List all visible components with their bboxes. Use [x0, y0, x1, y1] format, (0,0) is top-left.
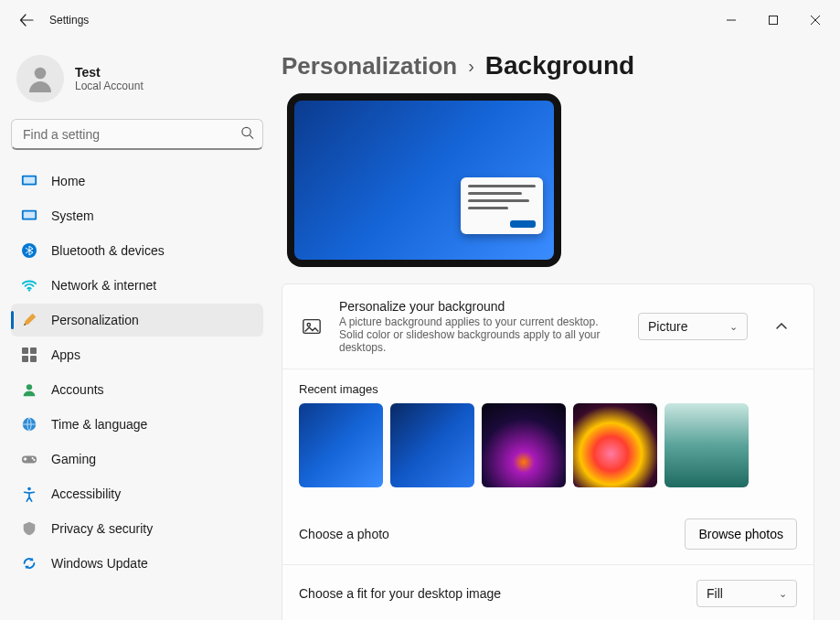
sidebar-item-label: Apps — [51, 347, 80, 362]
choose-fit-row: Choose a fit for your desktop image Fill… — [282, 564, 813, 620]
sidebar-item-gaming[interactable]: Gaming — [11, 443, 263, 476]
gaming-icon — [20, 450, 38, 468]
sidebar-item-label: Gaming — [51, 452, 96, 466]
sidebar-item-label: Privacy & security — [51, 521, 153, 536]
chevron-down-icon: ⌄ — [729, 321, 738, 333]
close-button[interactable] — [794, 6, 836, 34]
fit-select[interactable]: Fill ⌄ — [696, 580, 797, 607]
sidebar-item-home[interactable]: Home — [11, 165, 263, 198]
wifi-icon — [20, 276, 38, 294]
recent-images-label: Recent images — [299, 382, 797, 396]
svg-point-16 — [32, 457, 34, 459]
recent-thumb-5[interactable] — [665, 403, 749, 487]
svg-point-17 — [33, 459, 35, 461]
recent-images-row — [299, 403, 797, 487]
sidebar-item-label: Accounts — [51, 382, 104, 397]
svg-rect-11 — [22, 356, 28, 362]
choose-photo-label: Choose a photo — [299, 527, 670, 541]
search-input[interactable] — [11, 119, 263, 150]
svg-point-18 — [27, 487, 31, 491]
preview-window-card — [461, 177, 543, 234]
breadcrumb-parent[interactable]: Personalization — [282, 52, 457, 80]
avatar — [16, 55, 64, 102]
sidebar: Test Local Account Home System Bluetooth… — [0, 40, 274, 620]
arrow-left-icon — [19, 13, 34, 27]
sidebar-item-label: Personalization — [51, 313, 139, 327]
search-icon — [240, 126, 254, 144]
home-icon — [20, 172, 38, 190]
svg-rect-0 — [770, 16, 778, 25]
picture-icon — [299, 314, 324, 339]
page-title: Background — [485, 51, 634, 80]
sidebar-item-system[interactable]: System — [11, 199, 263, 232]
minimize-button[interactable] — [710, 6, 752, 34]
sidebar-item-label: Home — [51, 174, 85, 188]
sidebar-item-privacy[interactable]: Privacy & security — [11, 512, 263, 545]
user-icon — [24, 62, 57, 95]
personalize-card: Personalize your background A picture ba… — [282, 283, 814, 620]
select-value: Picture — [648, 319, 688, 334]
personalize-desc: A picture background applies to your cur… — [339, 315, 623, 354]
minimize-icon — [727, 16, 736, 25]
personalize-title: Personalize your background — [339, 299, 623, 314]
titlebar: Settings — [0, 0, 840, 40]
browse-photos-button[interactable]: Browse photos — [685, 518, 797, 550]
sidebar-item-label: Windows Update — [51, 556, 148, 571]
recent-images-section: Recent images — [282, 369, 813, 504]
sidebar-item-label: Bluetooth & devices — [51, 243, 165, 258]
user-account-block[interactable]: Test Local Account — [11, 48, 263, 115]
close-icon — [811, 16, 820, 25]
svg-point-13 — [27, 384, 32, 390]
breadcrumb: Personalization › Background — [282, 51, 814, 80]
chevron-up-icon — [775, 320, 788, 333]
user-name: Test — [75, 65, 144, 80]
update-icon — [20, 554, 38, 572]
sidebar-item-personalization[interactable]: Personalization — [11, 304, 263, 337]
shield-icon — [20, 519, 38, 538]
sidebar-item-apps[interactable]: Apps — [11, 338, 263, 371]
svg-rect-12 — [30, 356, 37, 362]
expand-toggle[interactable] — [766, 311, 797, 342]
wallpaper-preview-screen — [294, 101, 554, 260]
accounts-icon — [20, 380, 38, 399]
sidebar-item-bluetooth[interactable]: Bluetooth & devices — [11, 234, 263, 267]
background-type-select[interactable]: Picture ⌄ — [638, 313, 748, 340]
window-controls — [710, 6, 836, 34]
system-icon — [20, 207, 38, 225]
sidebar-item-accounts[interactable]: Accounts — [11, 373, 263, 406]
sidebar-item-label: Accessibility — [51, 486, 121, 501]
recent-thumb-4[interactable] — [573, 403, 657, 487]
svg-point-1 — [35, 68, 47, 80]
choose-fit-label: Choose a fit for your desktop image — [299, 586, 682, 601]
recent-thumb-2[interactable] — [390, 403, 474, 487]
back-button[interactable] — [11, 5, 42, 36]
app-body: Test Local Account Home System Bluetooth… — [0, 40, 840, 620]
recent-thumb-1[interactable] — [299, 403, 383, 487]
sidebar-item-network[interactable]: Network & internet — [11, 269, 263, 302]
sidebar-item-update[interactable]: Windows Update — [11, 547, 263, 580]
search-wrap — [11, 119, 263, 150]
accessibility-icon — [20, 485, 38, 503]
app-title: Settings — [49, 14, 89, 27]
svg-rect-4 — [24, 177, 36, 184]
sidebar-item-time[interactable]: Time & language — [11, 408, 263, 441]
sidebar-item-accessibility[interactable]: Accessibility — [11, 477, 263, 510]
personalize-text: Personalize your background A picture ba… — [339, 299, 623, 354]
paintbrush-icon — [20, 311, 38, 329]
chevron-down-icon: ⌄ — [779, 588, 787, 600]
maximize-button[interactable] — [752, 6, 794, 34]
sidebar-item-label: Time & language — [51, 417, 147, 432]
maximize-icon — [769, 16, 778, 25]
recent-thumb-3[interactable] — [482, 403, 566, 487]
svg-point-2 — [242, 127, 250, 135]
wallpaper-preview — [287, 93, 561, 267]
globe-icon — [20, 415, 38, 433]
sidebar-item-label: System — [51, 208, 94, 223]
main-content: Personalization › Background Personalize… — [274, 40, 840, 620]
chevron-right-icon: › — [468, 56, 474, 77]
apps-icon — [20, 346, 38, 364]
svg-point-8 — [28, 289, 30, 291]
bluetooth-icon — [20, 241, 38, 260]
user-text: Test Local Account — [75, 65, 144, 92]
svg-point-20 — [307, 324, 310, 326]
